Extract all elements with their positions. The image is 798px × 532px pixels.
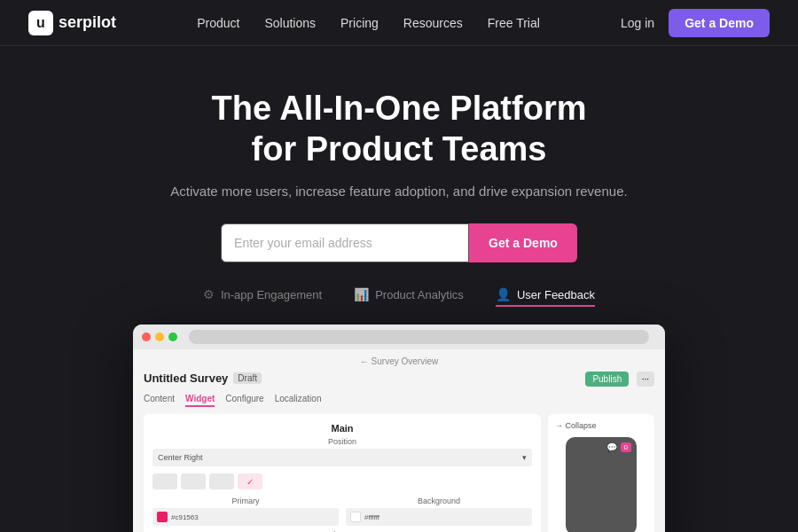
sc-app-body: ← Survey Overview Untitled Survey Draft … [133, 349, 665, 532]
hero-title: The All-In-One Platform for Product Team… [212, 89, 587, 169]
hero-cta-group: Get a Demo [221, 223, 577, 262]
sc-toggle-1[interactable] [153, 473, 177, 489]
login-button[interactable]: Log in [621, 16, 654, 30]
tab-user-feedback[interactable]: 👤 User Feedback [496, 287, 595, 307]
feature-tabs: ⚙ In-app Engagement 📊 Product Analytics … [203, 287, 595, 307]
sc-phone-badge: 0 [621, 442, 631, 452]
sc-toggle-3[interactable] [209, 473, 234, 489]
sc-title-group: Untitled Survey Draft [144, 372, 262, 385]
url-bar [189, 330, 649, 344]
close-dot [142, 332, 151, 341]
sc-breadcrumb: ← Survey Overview [144, 356, 654, 366]
nav-resources[interactable]: Resources [403, 16, 463, 30]
email-input[interactable] [221, 223, 469, 262]
screenshot-container: ← Survey Overview Untitled Survey Draft … [133, 325, 665, 532]
nav-product[interactable]: Product [197, 16, 239, 30]
sc-tab-configure[interactable]: Configure [225, 392, 263, 407]
logo: u serpilot [28, 11, 116, 35]
sc-phone-preview: 💬 0 [566, 437, 637, 532]
sc-toggle-4-checked[interactable]: ✓ [238, 473, 262, 489]
nav-free-trial[interactable]: Free Trial [488, 16, 540, 30]
sc-tab-localization[interactable]: Localization [275, 392, 322, 407]
sc-position-label: Position [153, 437, 532, 446]
get-demo-hero-button[interactable]: Get a Demo [469, 223, 577, 262]
tab-product-analytics[interactable]: 📊 Product Analytics [354, 287, 464, 307]
get-demo-nav-button[interactable]: Get a Demo [669, 9, 770, 37]
logo-box: u [28, 11, 53, 35]
sc-tab-content[interactable]: Content [144, 392, 175, 407]
sc-background-label: Background [346, 497, 532, 505]
sc-primary-group: Primary #c91563 [153, 497, 339, 526]
sc-check-icon: ✓ [246, 477, 254, 487]
sc-position-dropdown[interactable]: Center Right ▾ [153, 449, 532, 466]
sc-background-swatch [350, 512, 361, 522]
sc-background-group: Background #ffffff [346, 497, 532, 526]
sc-main-title: Main [153, 423, 532, 434]
logo-text: serpilot [59, 13, 116, 32]
logo-letter: u [36, 15, 45, 31]
analytics-icon: 📊 [354, 287, 369, 301]
sc-content-area: Main Position Center Right ▾ ✓ [144, 414, 654, 532]
tab-in-app-engagement[interactable]: ⚙ In-app Engagement [203, 287, 322, 307]
sc-primary-label: Primary [153, 497, 339, 505]
nav-links: Product Solutions Pricing Resources Free… [197, 16, 540, 30]
sc-publish-button[interactable]: Publish [585, 372, 629, 387]
hero-section: The All-In-One Platform for Product Team… [0, 46, 798, 532]
sc-dots-button[interactable]: ··· [637, 372, 654, 387]
sc-toggle-2[interactable] [181, 473, 206, 489]
feedback-icon: 👤 [496, 287, 511, 301]
engagement-icon: ⚙ [203, 287, 215, 301]
nav-pricing[interactable]: Pricing [340, 16, 379, 30]
tab-engagement-label: In-app Engagement [221, 288, 322, 301]
sc-action-buttons: Publish ··· [585, 370, 654, 387]
sc-collapse-button[interactable]: → Collapse [555, 421, 597, 430]
sc-right-panel: → Collapse 💬 0 [548, 414, 654, 532]
sc-left-panel: Main Position Center Right ▾ ✓ [144, 414, 541, 532]
sc-toggle-row: ✓ [153, 473, 532, 489]
tab-analytics-label: Product Analytics [375, 288, 464, 301]
sc-primary-hex: #c91563 [171, 513, 199, 521]
sc-color-row: Primary #c91563 Background #ffffff [153, 497, 532, 526]
nav-solutions[interactable]: Solutions [264, 16, 316, 30]
sc-tabs-row: Content Widget Configure Localization [144, 392, 654, 407]
sc-primary-color-field[interactable]: #c91563 [153, 508, 339, 526]
tab-feedback-label: User Feedback [517, 288, 595, 301]
sc-tab-widget[interactable]: Widget [185, 392, 215, 407]
sc-background-hex: #ffffff [364, 513, 379, 521]
sc-primary-swatch [157, 512, 168, 522]
sc-survey-title: Untitled Survey [144, 372, 228, 385]
sc-background-color-field[interactable]: #ffffff [346, 508, 532, 526]
hero-subtitle: Activate more users, increase feature ad… [170, 184, 627, 199]
nav-actions: Log in Get a Demo [621, 9, 770, 37]
sc-draft-badge: Draft [233, 372, 262, 384]
sc-feedback-bubble-icon: 💬 [606, 442, 617, 452]
maximize-dot [168, 332, 177, 341]
minimize-dot [155, 332, 164, 341]
navbar: u serpilot Product Solutions Pricing Res… [0, 0, 798, 46]
sc-titlebar [133, 325, 665, 349]
sc-header-row: Untitled Survey Draft Publish ··· [144, 370, 654, 387]
